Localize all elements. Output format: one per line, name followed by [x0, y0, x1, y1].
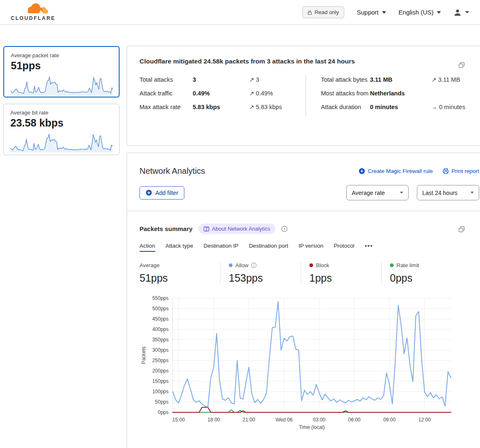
stat-label: Block: [316, 262, 329, 268]
about-network-analytics-badge[interactable]: About Network Analytics: [198, 224, 275, 234]
svg-text:12:00: 12:00: [419, 417, 431, 423]
clock-icon[interactable]: [281, 226, 288, 232]
stat-label: Total attack bytes: [321, 75, 370, 84]
svg-text:450pps: 450pps: [152, 316, 169, 322]
summary-row-total-attack-bytes: Total attack bytes 3.11 MB ↗ 3.11 MB: [321, 75, 479, 84]
packets-summary-section: Packets summary About Network Analytics …: [127, 211, 480, 433]
add-filter-label: Add filter: [155, 190, 178, 196]
more-tabs-button[interactable]: •••: [365, 242, 373, 252]
summary-row-max-attack-rate: Max attack rate 5.83 kbps ↗ 5.83 kbps: [140, 102, 306, 112]
stat-label: Max attack rate: [140, 102, 193, 112]
language-label: English (US): [399, 9, 433, 16]
stat-allow: Allow 153pps: [220, 262, 301, 284]
network-analytics-title: Network Analytics: [140, 166, 205, 176]
metric-card-label: Average bit rate: [10, 110, 113, 116]
svg-text:150pps: 150pps: [152, 378, 169, 384]
svg-text:0pps: 0pps: [158, 409, 169, 415]
stat-value: 153pps: [229, 272, 296, 284]
packets-time-series-chart: 0pps50pps100pps150pps200pps250pps300pps3…: [140, 295, 468, 432]
tab-attack-type[interactable]: Attack type: [166, 243, 193, 252]
analytics-header-section: Network Analytics Create Magic Firewall …: [127, 153, 480, 211]
svg-text:Time (local): Time (local): [299, 424, 325, 430]
dimension-tabs: Action Attack type Destination IP Destin…: [140, 242, 479, 252]
svg-text:06:00: 06:00: [348, 417, 360, 423]
plus-circle-icon: [146, 190, 152, 196]
stat-value: 51pps: [140, 272, 216, 284]
add-filter-button[interactable]: Add filter: [140, 186, 184, 200]
rate-limit-legend-dot: [390, 263, 394, 267]
allow-legend-dot: [229, 263, 233, 267]
bit-rate-sparkline: [10, 131, 113, 152]
create-magic-firewall-rule-link[interactable]: Create Magic Firewall rule: [359, 168, 433, 174]
stat-label: Most attacks from: [321, 89, 370, 98]
stat-trend: ↗ 5.83 kbps: [249, 102, 282, 112]
metric-select[interactable]: Average rate: [346, 185, 409, 200]
svg-text:400pps: 400pps: [152, 326, 169, 332]
svg-text:21:00: 21:00: [242, 417, 255, 423]
attack-summary-panel: Cloudflare mitigated 24.58k packets from…: [127, 46, 480, 146]
stat-value: 5.83 kbps: [193, 102, 249, 112]
stat-label: Rate limit: [397, 262, 419, 268]
summary-row-most-attacks-from: Most attacks from Netherlands: [321, 89, 479, 98]
account-menu[interactable]: [453, 8, 469, 17]
packet-rate-sparkline: [11, 74, 113, 95]
support-menu[interactable]: Support: [357, 9, 386, 16]
top-header: CLOUDFLARE Read only Support English (US…: [0, 0, 480, 25]
tab-destination-port[interactable]: Destination port: [249, 243, 288, 252]
summary-right-column: Total attack bytes 3.11 MB ↗ 3.11 MB Mos…: [306, 75, 479, 116]
tab-ip-version[interactable]: IP version: [299, 243, 323, 252]
stat-value: 0.49%: [193, 89, 249, 98]
cloudflare-wordmark: CLOUDFLARE: [11, 15, 56, 21]
stat-rate-limit: Rate limit 0pps: [381, 262, 462, 284]
svg-text:15:00: 15:00: [172, 417, 185, 423]
cloudflare-cloud-icon: [27, 3, 48, 15]
stat-trend: → 0 minutes: [431, 102, 465, 112]
stat-label: Allow: [235, 262, 248, 268]
tab-protocol[interactable]: Protocol: [334, 243, 355, 252]
tab-destination-ip[interactable]: Destination IP: [203, 243, 238, 252]
chevron-down-icon: [400, 192, 403, 194]
chevron-down-icon: [437, 11, 441, 14]
stat-value: 1pps: [309, 272, 377, 284]
stat-block: Block 1pps: [301, 262, 381, 284]
svg-text:250pps: 250pps: [152, 358, 169, 363]
attack-summary-title: Cloudflare mitigated 24.58k packets from…: [140, 58, 479, 65]
svg-text:50pps: 50pps: [155, 399, 169, 405]
stat-value: 0pps: [390, 272, 458, 284]
metric-card-value: 51pps: [11, 60, 112, 72]
svg-text:200pps: 200pps: [152, 368, 169, 374]
info-icon[interactable]: [251, 263, 257, 268]
user-icon: [453, 8, 462, 17]
stat-value: 0 minutes: [370, 102, 431, 112]
svg-text:18:00: 18:00: [208, 417, 220, 423]
support-label: Support: [357, 9, 379, 16]
summary-row-attack-traffic: Attack traffic 0.49% ↗ 0.49%: [140, 89, 306, 98]
copy-panel-icon[interactable]: [458, 62, 465, 68]
time-range-value: Last 24 hours: [422, 190, 458, 196]
metric-card-value: 23.58 kbps: [10, 117, 113, 129]
svg-text:09:00: 09:00: [383, 417, 396, 423]
copy-panel-icon[interactable]: [458, 226, 465, 233]
stat-value: Netherlands: [370, 89, 431, 98]
stat-label: Average: [140, 262, 159, 268]
svg-text:03:00: 03:00: [313, 417, 326, 423]
time-range-select[interactable]: Last 24 hours: [417, 185, 479, 200]
stat-average: Average 51pps: [140, 262, 220, 284]
chevron-down-icon: [465, 11, 469, 13]
read-only-label: Read only: [315, 9, 339, 15]
svg-text:Packets: Packets: [141, 346, 147, 364]
print-report-link[interactable]: Print report: [443, 168, 479, 174]
printer-icon: [443, 168, 449, 174]
book-icon: [203, 226, 209, 231]
legend-stats-row: Average 51pps Allow 153pps Block 1pps Ra…: [140, 262, 479, 284]
stat-label: Attack duration: [321, 102, 370, 112]
metric-card-packet-rate[interactable]: Average packet rate 51pps: [3, 46, 120, 97]
cloudflare-logo[interactable]: CLOUDFLARE: [11, 3, 56, 21]
stat-label: Attack traffic: [140, 89, 193, 98]
metric-card-bit-rate[interactable]: Average bit rate 23.58 kbps: [3, 104, 120, 155]
network-analytics-panel: Network Analytics Create Magic Firewall …: [127, 153, 480, 448]
stat-value: 3: [193, 75, 249, 84]
svg-text:500pps: 500pps: [152, 306, 169, 312]
language-menu[interactable]: English (US): [399, 9, 441, 16]
tab-action[interactable]: Action: [140, 243, 155, 252]
